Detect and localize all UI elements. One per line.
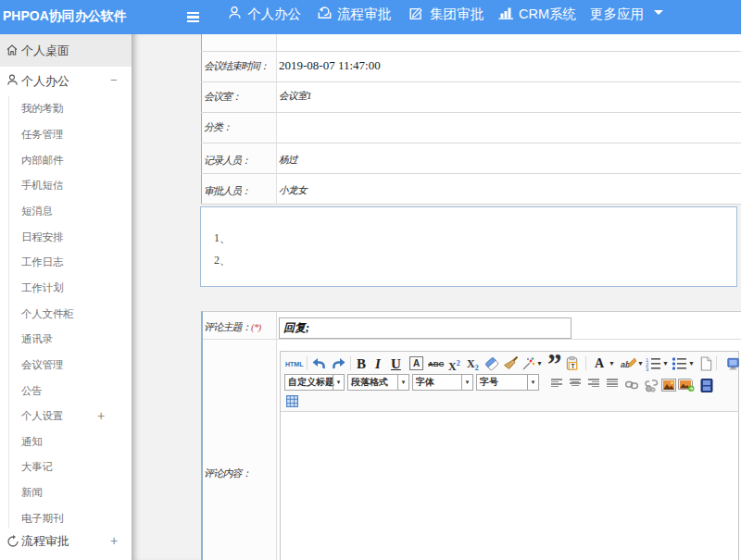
svg-text:T: T [571, 363, 574, 369]
svg-text:3: 3 [646, 367, 649, 372]
